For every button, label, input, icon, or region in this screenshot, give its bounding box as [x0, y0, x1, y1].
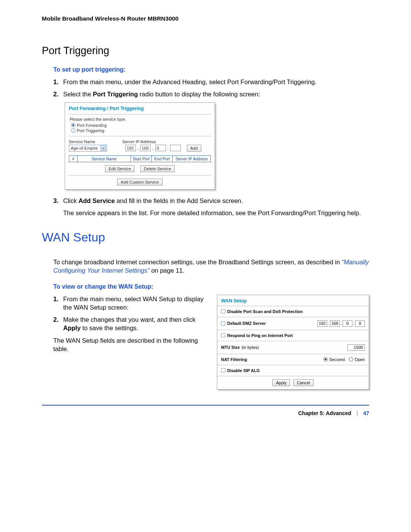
mtu-input[interactable]: 1500: [347, 344, 365, 351]
nat-secured-radio[interactable]: [323, 357, 328, 361]
step-text: Make the changes that you want, and then…: [63, 315, 206, 332]
respond-ping-checkbox[interactable]: [221, 333, 225, 337]
add-button[interactable]: Add: [187, 145, 201, 152]
chapter-label: Chapter 5: Advanced: [298, 410, 351, 416]
footer-rule: [42, 405, 369, 406]
port-forwarding-radio[interactable]: [71, 123, 75, 127]
delete-service-button[interactable]: Delete Service: [140, 165, 175, 172]
instr-heading-wan: To view or change the WAN Setup:: [53, 283, 369, 290]
dmz-ip-4[interactable]: 0: [355, 320, 365, 327]
txt: Click: [63, 197, 78, 204]
service-name-header: Service Name: [69, 139, 122, 144]
bold: Port Triggering: [93, 91, 138, 97]
server-ip-header: Server IP Address: [122, 139, 211, 144]
instr-heading-port-trig: To set up port triggering:: [53, 66, 369, 73]
dmz-ip-1[interactable]: 192: [317, 320, 327, 327]
radio-label: Secured: [329, 357, 345, 362]
page-footer: Chapter 5: Advanced | 47: [42, 410, 369, 416]
txt: on page 11.: [150, 267, 185, 274]
step-num: 1.: [53, 78, 63, 86]
port-forwarding-panel: Port Forwarding / Port Triggering Please…: [65, 102, 215, 190]
disable-sip-alg-checkbox[interactable]: [221, 368, 225, 372]
label-sub: (in bytes): [242, 345, 259, 350]
txt: The service appears in the list. For mor…: [63, 209, 361, 216]
dmz-ip-2[interactable]: 168: [330, 320, 340, 327]
ip-octet-3[interactable]: 0: [155, 145, 166, 151]
th-hash: #: [69, 155, 78, 162]
default-dmz-checkbox[interactable]: [221, 321, 225, 326]
th-start-port: Start Port: [131, 155, 152, 162]
radio-label: Open: [355, 357, 365, 362]
ip-octet-1[interactable]: 192: [125, 145, 136, 151]
service-name-select[interactable]: Age-of-Empire: [69, 145, 107, 152]
select-service-type-label: Please select the service type.: [70, 117, 211, 121]
step-num: 3.: [53, 197, 63, 217]
port-triggering-radio[interactable]: [71, 128, 75, 133]
label: Default DMZ Server: [227, 321, 266, 326]
ip-octet-4[interactable]: [170, 145, 181, 151]
chevron-down-icon: [100, 145, 106, 151]
txt: To change broadband Internet connection …: [53, 259, 342, 265]
txt: and fill in the fields in the Add Servic…: [115, 197, 243, 204]
panel-title: Port Forwarding / Port Triggering: [69, 106, 211, 113]
dmz-ip-3[interactable]: 0: [342, 320, 352, 327]
bold: Apply: [63, 324, 81, 331]
add-custom-service-button[interactable]: Add Custom Service: [117, 179, 162, 185]
th-server-ip: Server IP Address: [173, 155, 211, 162]
step-text: Select the Port Triggering radio button …: [63, 90, 369, 98]
txt: Make the changes that you want, and then…: [63, 316, 196, 323]
label: NAT Filtering: [221, 357, 247, 362]
disable-portscan-checkbox[interactable]: [221, 309, 225, 313]
label: Respond to Ping on Internet Port: [227, 333, 293, 338]
txt: Select the: [63, 91, 93, 97]
step-text: From the main menu, select WAN Setup to …: [63, 295, 206, 312]
label: MTU Size: [221, 345, 240, 350]
step-num: 2.: [53, 315, 63, 332]
step-num: 2.: [53, 90, 63, 98]
nat-open-radio[interactable]: [349, 357, 353, 361]
label: Disable Port Scan and DoS Protection: [227, 309, 303, 314]
txt: to save the settings.: [81, 324, 138, 331]
ip-octet-2[interactable]: 168: [140, 145, 151, 151]
bold: Add Service: [78, 197, 115, 204]
apply-button[interactable]: Apply: [272, 379, 290, 386]
step-text: Click Add Service and fill in the fields…: [63, 197, 369, 217]
th-end-port: End Port: [152, 155, 173, 162]
section-wan-setup-title: WAN Setup: [42, 230, 369, 244]
step-num: 1.: [53, 295, 63, 312]
section-port-triggering-title: Port Triggering: [42, 45, 369, 57]
radio-label: Port Forwarding: [77, 123, 107, 128]
step-text: From the main menu, under the Advanced H…: [63, 78, 369, 86]
doc-header: Mobile Broadband Wireless-N Router MBRN3…: [42, 15, 369, 22]
page-number: 47: [363, 410, 369, 416]
wan-setup-panel: WAN Setup Disable Port Scan and DoS Prot…: [217, 295, 369, 390]
cancel-button[interactable]: Cancel: [293, 379, 313, 386]
label: Disable SIP ALG: [227, 368, 260, 373]
radio-label: Port Triggering: [77, 128, 104, 133]
panel-title: WAN Setup: [217, 297, 369, 306]
txt: radio button to display the following sc…: [138, 91, 260, 97]
follow-text: The WAN Setup fields are described in th…: [53, 336, 206, 353]
th-service-name: Service Name: [78, 155, 131, 162]
services-table: # Service Name Start Port End Port Serve…: [69, 155, 211, 162]
separator: |: [357, 410, 358, 416]
edit-service-button[interactable]: Edit Service: [105, 165, 134, 172]
select-value: Age-of-Empire: [71, 146, 98, 150]
